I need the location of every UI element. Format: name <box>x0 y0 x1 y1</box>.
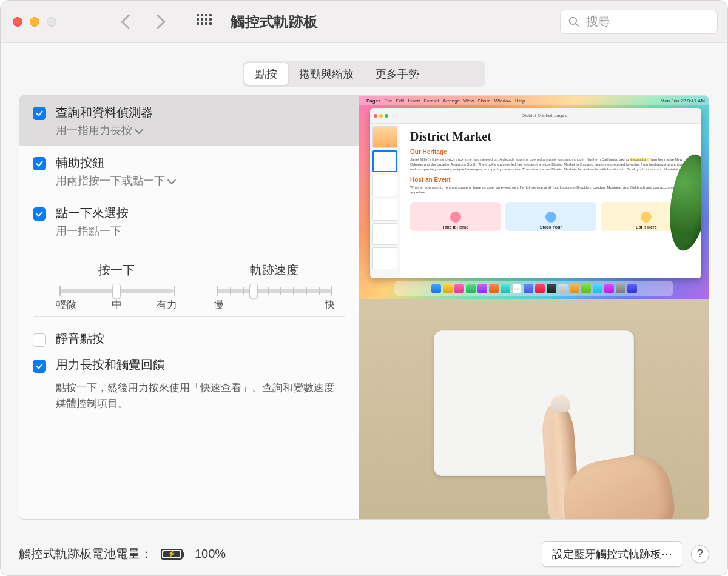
option-secondary-click-title: 輔助按鈕 <box>56 155 175 171</box>
preview-menubar: Pages File Edit Insert Format Arrange Vi… <box>359 96 709 105</box>
tab-point-click[interactable]: 點按 <box>244 63 288 85</box>
check-icon <box>35 210 44 218</box>
charging-icon: ⚡ <box>167 550 176 558</box>
option-force-click[interactable]: 用力長按和觸覺回饋 <box>33 352 345 378</box>
force-click-description: 點按一下，然後用力按來使用「快速查看」、查詢和變數速度媒體控制項目。 <box>56 380 335 411</box>
battery-label: 觸控式軌跡板電池電量： <box>19 546 152 562</box>
click-slider-thumb[interactable] <box>112 284 121 298</box>
check-icon <box>35 362 44 370</box>
show-all-icon[interactable] <box>197 14 212 30</box>
footer: 觸控式軌跡板電池電量： ⚡ 100% 設定藍牙觸控式軌跡板⋯ ? <box>1 532 727 575</box>
sliders-row: 按一下 輕微 中 有力 <box>19 257 359 312</box>
checkbox-tap-to-click[interactable] <box>33 207 46 221</box>
click-slider-max: 有力 <box>157 298 177 312</box>
tracking-slider-label: 軌跡速度 <box>214 262 335 278</box>
tab-bar: 點按 捲動與縮放 更多手勢 <box>243 61 485 87</box>
click-slider-min: 輕微 <box>56 298 76 312</box>
tracking-slider-thumb[interactable] <box>249 284 258 298</box>
checkbox-force-click[interactable] <box>33 360 46 373</box>
preview-document-window: District Market.pages <box>370 108 701 278</box>
tab-more-gestures[interactable]: 更多手勢 <box>365 63 430 85</box>
window-controls <box>13 17 56 27</box>
option-silent-click-label: 靜音點按 <box>56 330 104 347</box>
option-silent-click[interactable]: 靜音點按 <box>33 326 345 352</box>
option-lookup[interactable]: 查詢和資料偵測器 用一指用力長按 <box>19 96 359 146</box>
gesture-preview: Pages File Edit Insert Format Arrange Vi… <box>359 96 709 519</box>
click-slider-mid: 中 <box>112 298 122 312</box>
titlebar: 觸控式軌跡板 搜尋 <box>1 1 727 43</box>
forward-button <box>150 14 165 29</box>
tracking-slider-block: 軌跡速度 <box>214 262 335 312</box>
chevron-down-icon <box>135 125 143 133</box>
chevron-down-icon <box>167 175 176 184</box>
options-column: 查詢和資料偵測器 用一指用力長按 輔助按鈕 用兩指按一下或點 <box>19 96 359 519</box>
option-lookup-subtitle[interactable]: 用一指用力長按 <box>56 123 153 138</box>
check-icon <box>35 159 44 168</box>
minimize-window-button[interactable] <box>30 17 39 27</box>
tracking-slider[interactable] <box>217 289 331 293</box>
option-tap-to-click[interactable]: 點一下來選按 用一指點一下 <box>19 196 359 247</box>
setup-bluetooth-trackpad-button[interactable]: 設定藍牙觸控式軌跡板⋯ <box>542 541 682 567</box>
svg-line-1 <box>576 23 579 26</box>
search-input[interactable]: 搜尋 <box>560 10 718 34</box>
divider <box>34 316 345 317</box>
window-title: 觸控式軌跡板 <box>231 12 318 32</box>
back-button[interactable] <box>121 14 136 29</box>
zoom-window-button <box>47 17 56 27</box>
checkbox-silent-click[interactable] <box>33 333 46 347</box>
checkbox-lookup[interactable] <box>33 107 46 120</box>
preview-trackpad-area <box>359 299 709 519</box>
svg-point-0 <box>570 17 577 24</box>
settings-panel: 查詢和資料偵測器 用一指用力長按 輔助按鈕 用兩指按一下或點 <box>19 95 709 520</box>
option-tap-to-click-title: 點一下來選按 <box>56 205 129 221</box>
content-area: 點按 捲動與縮放 更多手勢 查詢和資料偵測器 用一指用力長按 <box>1 43 727 532</box>
nav-arrows <box>123 16 163 27</box>
preferences-window: 觸控式軌跡板 搜尋 點按 捲動與縮放 更多手勢 <box>0 0 728 576</box>
search-icon <box>568 16 580 28</box>
option-secondary-click-subtitle[interactable]: 用兩指按一下或點一下 <box>56 173 175 188</box>
divider <box>34 252 345 252</box>
option-tap-to-click-subtitle: 用一指點一下 <box>56 224 129 238</box>
checkbox-secondary-click[interactable] <box>33 157 46 170</box>
help-button[interactable]: ? <box>691 545 709 563</box>
battery-percent: 100% <box>195 547 226 561</box>
preview-hand <box>527 392 648 520</box>
battery-icon: ⚡ <box>161 549 183 560</box>
click-slider[interactable] <box>59 289 174 293</box>
preview-dock: 22 <box>394 281 674 296</box>
option-lookup-title: 查詢和資料偵測器 <box>56 104 153 121</box>
option-force-click-label: 用力長按和觸覺回饋 <box>56 357 165 373</box>
click-slider-block: 按一下 輕微 中 有力 <box>56 262 177 312</box>
click-slider-label: 按一下 <box>56 262 177 278</box>
tracking-slider-max: 快 <box>325 298 335 312</box>
option-secondary-click[interactable]: 輔助按鈕 用兩指按一下或點一下 <box>19 146 359 196</box>
check-icon <box>35 109 44 118</box>
close-window-button[interactable] <box>13 17 22 27</box>
preview-screen: Pages File Edit Insert Format Arrange Vi… <box>359 96 709 299</box>
search-placeholder: 搜尋 <box>586 13 610 30</box>
tab-scroll-zoom[interactable]: 捲動與縮放 <box>288 63 365 85</box>
tracking-slider-min: 慢 <box>214 298 224 312</box>
